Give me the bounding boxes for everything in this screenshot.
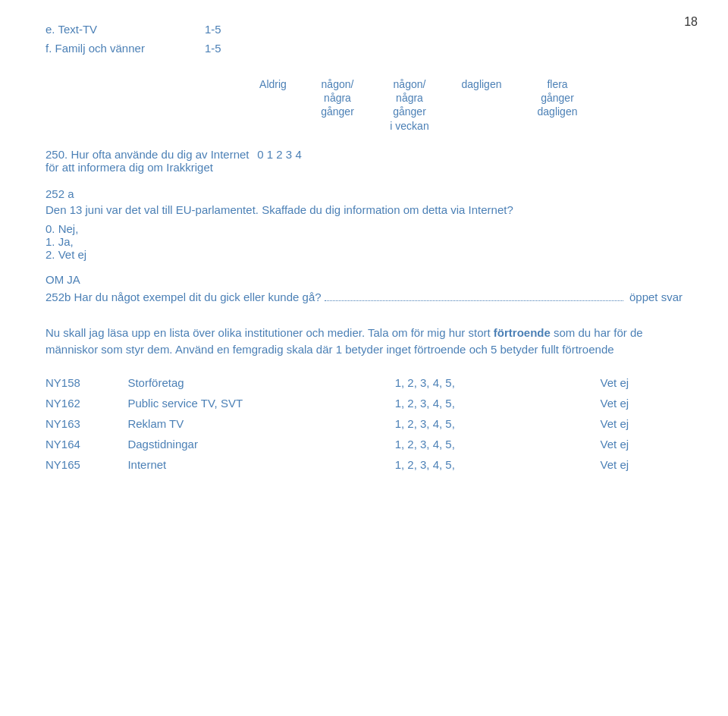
question-250: 250. Hur ofta använde du dig av Internet…	[46, 148, 682, 174]
q252b-text: 252b Har du något exempel dit du gick el…	[46, 290, 322, 303]
open-answer-label: öppet svar	[629, 290, 682, 303]
table-row: NY162 Public service TV, SVT 1, 2, 3, 4,…	[46, 393, 682, 413]
om-ja-label: OM JA	[46, 273, 682, 286]
dots	[325, 300, 623, 301]
intro-block: Nu skall jag läsa upp en lista över olik…	[46, 325, 682, 359]
row-label: Dagstidningar	[127, 434, 394, 454]
q250-text: 250. Hur ofta använde du dig av Internet…	[46, 148, 249, 174]
question-252a: 252 a Den 13 juni var det val till EU-pa…	[46, 187, 682, 261]
intro-bold: förtroende	[494, 326, 551, 339]
item-e-value: 1-5	[205, 23, 221, 36]
col-header-flera-ganger: flera gånger dagligen	[516, 77, 599, 133]
q252a-option-2: 2. Vet ej	[46, 248, 682, 261]
row-code: NY162	[46, 393, 127, 413]
row-vetej: Vet ej	[601, 434, 682, 454]
intro-text: Nu skall jag läsa upp en lista över olik…	[46, 325, 682, 359]
q250-values: 0 1 2 3 4	[249, 148, 310, 161]
row-label: Public service TV, SVT	[127, 393, 394, 413]
item-e-label: e. Text-TV	[46, 23, 197, 36]
q252a-option-0: 0. Nej,	[46, 222, 682, 235]
row-code: NY163	[46, 413, 127, 434]
q252a-number: 252 a	[46, 187, 682, 200]
row-scale: 1, 2, 3, 4, 5,	[395, 454, 601, 475]
q252a-text: Den 13 juni var det val till EU-parlamen…	[46, 203, 682, 216]
table-row: NY164 Dagstidningar 1, 2, 3, 4, 5, Vet e…	[46, 434, 682, 454]
col-header-nagra-ganger: någon/ några gånger	[303, 77, 372, 133]
row-code: NY158	[46, 372, 127, 393]
row-code: NY165	[46, 454, 127, 475]
row-label: Reklam TV	[127, 413, 394, 434]
row-vetej: Vet ej	[601, 454, 682, 475]
row-label: Internet	[127, 454, 394, 475]
item-f-label: f. Familj och vänner	[46, 42, 197, 55]
q252a-option-1: 1. Ja,	[46, 235, 682, 248]
item-f-value: 1-5	[205, 42, 221, 55]
row-scale: 1, 2, 3, 4, 5,	[395, 413, 601, 434]
row-code: NY164	[46, 434, 127, 454]
row-vetej: Vet ej	[601, 413, 682, 434]
row-label: Storföretag	[127, 372, 394, 393]
row-vetej: Vet ej	[601, 372, 682, 393]
column-headers: Aldrig någon/ några gånger någon/ några …	[46, 77, 682, 133]
scale-table: NY158 Storföretag 1, 2, 3, 4, 5, Vet ej …	[46, 372, 682, 475]
om-ja-section: OM JA 252b Har du något exempel dit du g…	[46, 273, 682, 303]
table-row: NY163 Reklam TV 1, 2, 3, 4, 5, Vet ej	[46, 413, 682, 434]
row-scale: 1, 2, 3, 4, 5,	[395, 393, 601, 413]
row-vetej: Vet ej	[601, 393, 682, 413]
col-header-dagligen: dagligen	[447, 77, 516, 133]
page-number: 18	[684, 15, 698, 29]
q252b-row: 252b Har du något exempel dit du gick el…	[46, 290, 682, 303]
table-row: NY165 Internet 1, 2, 3, 4, 5, Vet ej	[46, 454, 682, 475]
col-header-aldrig: Aldrig	[243, 77, 303, 133]
row-scale: 1, 2, 3, 4, 5,	[395, 434, 601, 454]
row-scale: 1, 2, 3, 4, 5,	[395, 372, 601, 393]
col-header-nagra-veckan: någon/ några gånger i veckan	[372, 77, 447, 133]
table-row: NY158 Storföretag 1, 2, 3, 4, 5, Vet ej	[46, 372, 682, 393]
